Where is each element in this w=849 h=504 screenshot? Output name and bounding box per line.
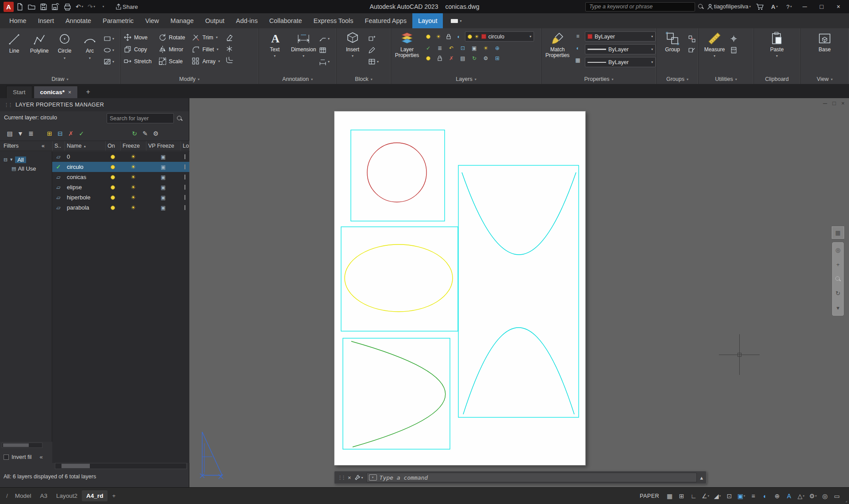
id-point-button[interactable]: [730, 35, 738, 42]
dimension-style-button[interactable]: ▾: [319, 58, 330, 65]
command-input-area[interactable]: ▾: [366, 473, 697, 482]
layer-isolate-icon[interactable]: ◐: [455, 33, 463, 40]
layer-refresh-icon[interactable]: ↻: [470, 54, 478, 62]
viewport-ellipse[interactable]: [341, 227, 458, 331]
explode-tool-button[interactable]: [226, 45, 233, 53]
recent-commands-icon[interactable]: ▾: [369, 474, 377, 481]
doc-close-icon[interactable]: ×: [841, 100, 845, 107]
orbit-icon[interactable]: ↻: [836, 290, 841, 297]
properties-table-icon[interactable]: ▦: [574, 56, 582, 64]
linetype-select[interactable]: ByLayer ▾: [585, 57, 656, 67]
delete-layer-icon[interactable]: ✗: [65, 129, 76, 138]
hyperbola-bottom-branch[interactable]: [463, 328, 574, 414]
leader-tool-button[interactable]: ▾: [319, 35, 330, 42]
stretch-tool-button[interactable]: Stretch: [124, 57, 152, 65]
panel-label-modify[interactable]: Modify▾: [120, 74, 258, 84]
grid-display-icon[interactable]: ▦: [664, 490, 676, 501]
palette-grip-icon[interactable]: ⋮⋮: [4, 102, 12, 108]
lineweight-display-icon[interactable]: ≡: [747, 490, 759, 501]
layer-vp-freeze-icon[interactable]: ▣: [146, 174, 181, 180]
share-button[interactable]: Share: [115, 1, 138, 12]
refresh-icon[interactable]: ↻: [129, 129, 140, 138]
panel-label-draw[interactable]: Draw▾: [0, 74, 120, 84]
fillet-tool-button[interactable]: Fillet▾: [192, 46, 220, 53]
close-button[interactable]: ×: [831, 0, 845, 13]
doc-restore-icon[interactable]: □: [833, 100, 836, 107]
layer-lock-icon[interactable]: [181, 175, 189, 179]
layer-row-conicas[interactable]: ▱ conicas ☀ ▣: [52, 172, 189, 182]
layer-off-icon[interactable]: [424, 33, 432, 40]
insert-block-button[interactable]: Insert ▾: [339, 30, 366, 58]
ellipse-tool-button[interactable]: ▾: [104, 46, 114, 54]
zoom-icon[interactable]: [835, 276, 841, 282]
text-tool-button[interactable]: A Text ▾: [261, 30, 288, 58]
layer-make-current-icon[interactable]: ✓: [424, 44, 432, 52]
layer-freeze-sun-icon[interactable]: ☀: [120, 153, 146, 160]
new-group-filter-icon[interactable]: ▼: [15, 129, 26, 138]
viewport-circle[interactable]: [351, 130, 445, 221]
help-search-input[interactable]: [585, 2, 695, 11]
doc-minimize-icon[interactable]: ─: [823, 100, 827, 107]
layout-tab-layout2[interactable]: Layout2: [52, 490, 82, 501]
tree-collapse-icon[interactable]: ⊟: [4, 157, 8, 163]
panel-label-clipboard[interactable]: Clipboard: [754, 74, 800, 84]
layout-paper[interactable]: [334, 111, 586, 466]
copy-tool-button[interactable]: Copy: [124, 46, 152, 53]
layer-merge-icon[interactable]: ⊕: [493, 44, 501, 52]
layer-row-elipse[interactable]: ▱ elipse ☀ ▣: [52, 182, 189, 192]
dimension-tool-button[interactable]: Dimension ▾: [290, 30, 317, 58]
plot-button[interactable]: [62, 1, 73, 12]
circle-tool-button[interactable]: Circle ▾: [53, 30, 76, 60]
layer-row-circulo[interactable]: ✓ circulo ☀ ▣: [52, 162, 189, 172]
layer-on-bulb-icon[interactable]: [105, 155, 120, 159]
erase-tool-button[interactable]: [226, 34, 233, 41]
settings-gear-icon[interactable]: ⚙: [150, 129, 161, 138]
match-properties-button[interactable]: Match Properties: [544, 30, 571, 58]
object-snap-tracking-icon[interactable]: ⊡: [723, 490, 735, 501]
layer-lock-icon[interactable]: [181, 195, 189, 200]
save-as-button[interactable]: [50, 1, 61, 12]
ribbon-tab-layout[interactable]: Layout: [412, 13, 443, 28]
polar-tracking-icon[interactable]: ∠▾: [699, 490, 711, 501]
pan-icon[interactable]: +: [836, 261, 840, 268]
triangle-symbol[interactable]: [199, 430, 225, 481]
layer-vp-freeze-icon[interactable]: ▣: [146, 184, 181, 191]
layer-vp-freeze-icon[interactable]: ▣: [146, 205, 181, 211]
paper-model-toggle[interactable]: PAPER: [640, 493, 659, 499]
panel-label-layers[interactable]: Layers▾: [391, 74, 541, 84]
layer-lock-icon[interactable]: [181, 164, 189, 169]
ribbon-tab-view[interactable]: View: [139, 13, 165, 28]
search-icon[interactable]: [698, 4, 704, 10]
layer-vp-freeze-icon[interactable]: ▣: [146, 164, 181, 170]
layer-on-icon[interactable]: [424, 54, 432, 62]
layer-copy-objects-icon[interactable]: ⊞: [493, 54, 501, 62]
transparency-icon[interactable]: ◐: [759, 490, 771, 501]
layer-row-hiperbole[interactable]: ▱ hiperbole ☀ ▣: [52, 192, 189, 202]
layer-walk-icon[interactable]: ⊡: [459, 44, 467, 52]
redo-button[interactable]: ↷▾: [86, 1, 97, 12]
maximize-button[interactable]: □: [814, 0, 829, 13]
quick-calc-button[interactable]: [730, 46, 738, 54]
panel-dialog-launcher-icon[interactable]: ⌟: [845, 498, 847, 503]
new-layer-icon[interactable]: ⊞: [44, 129, 55, 138]
command-customize-button[interactable]: ▾: [354, 474, 363, 481]
qat-customize-button[interactable]: ▾: [98, 1, 109, 12]
command-grip-icon[interactable]: ⋮⋮: [338, 475, 345, 481]
layer-freeze-sun-icon[interactable]: ☀: [120, 174, 146, 180]
scale-tool-button[interactable]: Scale: [159, 57, 185, 65]
panel-label-annotation[interactable]: Annotation▾: [259, 74, 336, 84]
hyperbola-top-branch[interactable]: [462, 172, 576, 255]
column-freeze[interactable]: Freeze: [120, 141, 146, 151]
file-tab-start[interactable]: Start: [6, 86, 32, 98]
layer-on-bulb-icon[interactable]: [105, 175, 120, 179]
command-close-icon[interactable]: ×: [348, 474, 351, 481]
base-view-button[interactable]: Base: [811, 30, 838, 53]
lineweight-select[interactable]: ByLayer ▾: [585, 44, 656, 54]
filter-tree-all[interactable]: ⊟ ▼ All: [0, 155, 52, 164]
edit-icon[interactable]: ✎: [140, 129, 150, 138]
layer-lock-icon[interactable]: [445, 33, 453, 40]
ribbon-display-options-button[interactable]: ▾: [447, 13, 465, 28]
panel-label-block[interactable]: Block▾: [337, 74, 391, 84]
layer-freeze-sun-icon[interactable]: ☀: [120, 204, 146, 211]
layer-on-bulb-icon[interactable]: [105, 206, 120, 210]
